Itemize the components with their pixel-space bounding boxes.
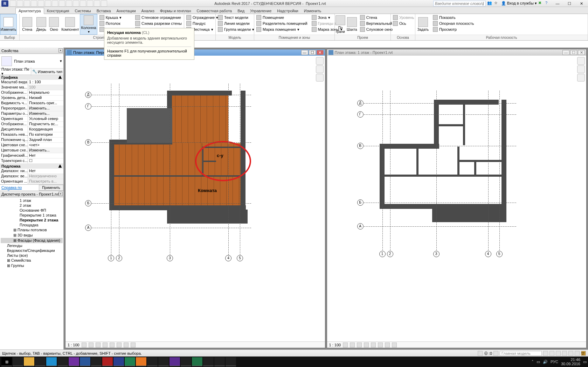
filter-funnel-icon[interactable]: ▽: [581, 351, 586, 356]
curtain-grid-button[interactable]: Схема разрезки стены: [134, 21, 183, 26]
room-button[interactable]: Помещение: [255, 15, 309, 20]
tray-network-icon[interactable]: ▭: [537, 360, 540, 364]
tree-item[interactable]: Перекрытие 1 этажа: [1, 213, 63, 218]
tray-volume-icon[interactable]: 🔊: [543, 360, 548, 364]
qat-tag-icon[interactable]: [59, 0, 65, 7]
task-skype-icon[interactable]: [46, 357, 57, 366]
qat-measure-icon[interactable]: [45, 0, 51, 7]
tab-view[interactable]: Вид: [235, 8, 247, 14]
property-row[interactable]: Переопредел...Изменить...: [0, 106, 63, 111]
model-line-button[interactable]: Линия модели: [216, 21, 256, 26]
modify-button[interactable]: Изменить: [0, 14, 17, 35]
task-autocad-icon[interactable]: [102, 357, 113, 366]
properties-close-button[interactable]: ×: [58, 48, 63, 52]
nav-home-icon[interactable]: [316, 57, 324, 65]
app-logo[interactable]: R: [1, 0, 8, 7]
task-app6-icon[interactable]: [181, 357, 191, 366]
property-row[interactable]: Отображени...Подчистить вс...: [0, 122, 63, 127]
property-row[interactable]: Диапазон: ве...Неограниченно: [0, 174, 63, 179]
tree-item[interactable]: Основание ФП: [1, 208, 63, 213]
qat-print-icon[interactable]: [38, 0, 44, 7]
task-chrome-icon[interactable]: [35, 357, 46, 366]
qat-text-icon[interactable]: [66, 0, 72, 7]
tab-analyze[interactable]: Анализ: [139, 8, 157, 14]
crop-region-icon[interactable]: [117, 343, 122, 347]
task-excel-icon[interactable]: [192, 357, 202, 366]
properties-help-link[interactable]: Справка по свойствам: [0, 185, 39, 191]
task-app5-icon[interactable]: [158, 357, 169, 366]
tab-architecture[interactable]: Архитектура: [15, 8, 44, 14]
property-row[interactable]: Цветовая схе...<нет>: [0, 143, 63, 148]
column-button[interactable]: Колонна ▾: [80, 14, 97, 35]
nav-pan-icon[interactable]: [316, 74, 324, 82]
browser-close-button[interactable]: ×: [58, 192, 63, 196]
task-app3-icon[interactable]: [136, 357, 146, 366]
close-button[interactable]: ✕: [576, 0, 587, 7]
opening-dormer-button[interactable]: Слуховое окно: [359, 27, 394, 32]
tab-annotate[interactable]: Аннотации: [114, 8, 139, 14]
view-close-button[interactable]: ✕: [578, 50, 585, 55]
property-row[interactable]: Ориентация ...Посмотреть в...: [0, 179, 63, 184]
grid-button[interactable]: Ось: [392, 21, 415, 26]
login-link[interactable]: 👤 Вход в службы ▾: [501, 1, 537, 6]
tray-chevron-icon[interactable]: ˄: [532, 360, 534, 364]
window-button[interactable]: Окно: [48, 14, 60, 35]
qat-3d-icon[interactable]: [73, 0, 79, 7]
property-row[interactable]: Видимость ч...Показать ориг...: [0, 101, 63, 106]
tree-item[interactable]: ⊞ Группы: [1, 263, 63, 268]
task-paint-icon[interactable]: [203, 357, 214, 366]
tree-item[interactable]: 2 этаж: [1, 203, 63, 208]
property-row[interactable]: Масштаб вида1 : 100: [0, 80, 63, 85]
task-calc-icon[interactable]: [226, 357, 236, 366]
component-button[interactable]: Компонент: [60, 14, 80, 35]
scale-display[interactable]: 1 : 100: [329, 343, 341, 347]
tab-modify[interactable]: Изменить: [301, 8, 324, 14]
edit-type-button[interactable]: 🔧 Изменить тип: [31, 69, 63, 74]
qat-section-icon[interactable]: [80, 0, 86, 7]
property-row[interactable]: Отображени...Нормально: [0, 90, 63, 96]
tree-item[interactable]: Ведомости/Спецификации: [1, 248, 63, 253]
tree-item[interactable]: ⊞ Планы потолков: [1, 227, 63, 233]
qat-switch-icon[interactable]: [101, 0, 107, 7]
qat-save-icon[interactable]: [17, 0, 23, 7]
view-close-button[interactable]: ✕: [317, 50, 324, 55]
property-row[interactable]: Показать нев...По категории: [0, 132, 63, 137]
hide-icon[interactable]: [124, 343, 129, 347]
property-row[interactable]: ОриентацияУсловный север: [0, 117, 63, 122]
door-button[interactable]: Дверь: [35, 14, 48, 35]
visual-style-icon[interactable]: [89, 343, 94, 347]
main-model-dropdown[interactable]: Главная модель: [500, 351, 542, 356]
ramp-button[interactable]: Пандус: [185, 21, 220, 26]
task-notepad-icon[interactable]: [214, 357, 225, 366]
instance-selector[interactable]: План этажа: Пе ▾: [0, 67, 31, 76]
shaft-button[interactable]: Шахта: [346, 14, 358, 35]
opening-byface-button[interactable]: По грани: [335, 14, 346, 35]
property-row[interactable]: Графический...Нет: [0, 153, 63, 158]
view-min-button[interactable]: —: [301, 50, 308, 55]
set-workplane-button[interactable]: Задать: [415, 14, 431, 35]
property-row[interactable]: Значение ма...100: [0, 85, 63, 90]
property-row[interactable]: Положение ц...Задний план: [0, 137, 63, 143]
filter-icon[interactable]: [478, 351, 483, 356]
tree-item[interactable]: ⊞ Семейства: [1, 258, 63, 263]
qat-undo-icon[interactable]: [24, 0, 30, 7]
opening-vertical-button[interactable]: Вертикальный: [359, 21, 394, 26]
task-app4-icon[interactable]: [147, 357, 158, 366]
tab-insert[interactable]: Вставка: [94, 8, 114, 14]
room-separator-button[interactable]: Разделитель помещений: [255, 21, 309, 26]
nav-home-icon[interactable]: [577, 57, 585, 65]
sun-path-icon[interactable]: [96, 343, 101, 347]
help-icon[interactable]: ?: [545, 1, 551, 6]
qat-open-icon[interactable]: [10, 0, 16, 7]
show-workplane-button[interactable]: Показать: [431, 15, 475, 20]
tag-room-button[interactable]: Марка помещения ▾: [255, 27, 309, 32]
property-row[interactable]: Диапазон: ни...Нет: [0, 169, 63, 174]
section-graphics[interactable]: Графика⯅: [0, 75, 63, 80]
canvas-left[interactable]: Д Г В Б А 1 2 3 4 5 с: [65, 56, 325, 341]
nav-zoom-icon[interactable]: [316, 65, 324, 73]
subscription-icon[interactable]: 👥: [487, 1, 493, 6]
task-word-icon[interactable]: [80, 357, 90, 366]
task-revit-icon[interactable]: [113, 357, 124, 366]
apply-button[interactable]: Применить: [39, 185, 63, 191]
view-max-button[interactable]: ☐: [309, 50, 316, 55]
